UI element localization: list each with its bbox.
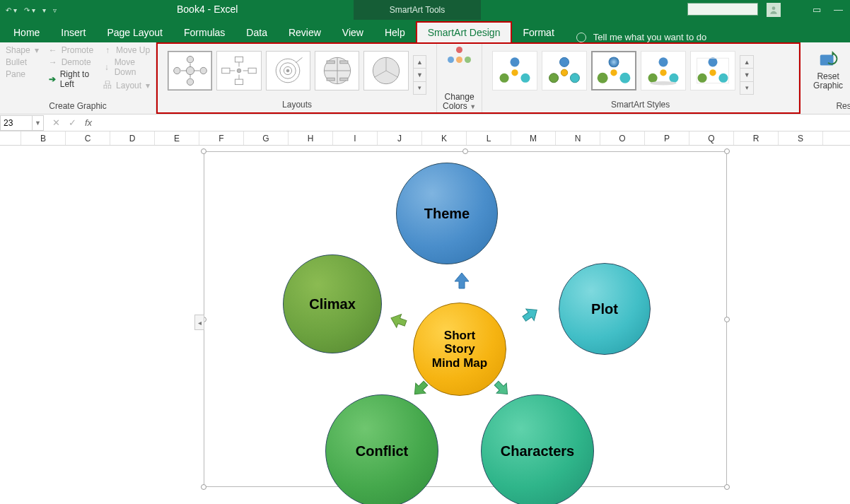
- column-header-G[interactable]: G: [244, 131, 289, 145]
- highlighted-groups: ▲▼▾ Layouts Change Colors ▼: [156, 42, 800, 114]
- reset-graphic-button[interactable]: ResetGraphic: [813, 49, 843, 100]
- svg-point-37: [598, 73, 608, 83]
- svg-point-0: [772, 6, 776, 10]
- layout-option-5[interactable]: [363, 51, 408, 90]
- svg-point-3: [187, 78, 193, 85]
- ribbon-tabs: Home Insert Page Layout Formulas Data Re…: [0, 20, 850, 42]
- quick-access-toolbar: ↶ ▾ ↷ ▾ ▾ ▿: [0, 6, 57, 14]
- tab-view[interactable]: View: [332, 23, 374, 42]
- title-bar: ↶ ▾ ↷ ▾ ▾ ▿ Book4 - Excel SmartArt Tools…: [0, 0, 850, 20]
- node-climax[interactable]: Climax: [283, 254, 382, 353]
- qat-customize-icon[interactable]: ▾: [42, 6, 46, 14]
- resize-handle-e[interactable]: [724, 317, 730, 322]
- undo-icon[interactable]: ↶ ▾: [6, 6, 17, 14]
- tab-review[interactable]: Review: [278, 23, 332, 42]
- tab-smartart-design[interactable]: SmartArt Design: [416, 21, 513, 42]
- redo-icon[interactable]: ↷ ▾: [24, 6, 35, 14]
- column-header-F[interactable]: F: [199, 131, 244, 145]
- column-header-N[interactable]: N: [556, 131, 600, 145]
- layout-option-2[interactable]: [216, 51, 261, 90]
- column-header-R[interactable]: R: [734, 131, 779, 145]
- name-box[interactable]: 23: [0, 115, 33, 131]
- add-shape-button[interactable]: Shape ▾: [6, 45, 39, 55]
- layouts-scroll[interactable]: ▲▼▾: [413, 55, 427, 95]
- text-pane-button[interactable]: Pane: [6, 69, 39, 79]
- layout-option-1[interactable]: [168, 51, 212, 90]
- text-pane-toggle[interactable]: ◂: [194, 315, 204, 330]
- ribbon: Shape ▾ Bullet Pane ←Promote →Demote ➔Ri…: [0, 42, 850, 115]
- column-header-C[interactable]: C: [66, 131, 110, 145]
- resize-handle-sw[interactable]: [201, 484, 206, 490]
- resize-handle-se[interactable]: [724, 484, 730, 490]
- svg-point-29: [500, 74, 509, 83]
- column-header-B[interactable]: B: [21, 131, 66, 145]
- svg-point-18: [286, 69, 289, 72]
- document-title: Book4 - Excel: [177, 4, 238, 15]
- svg-point-39: [610, 69, 617, 76]
- column-header-S[interactable]: S: [779, 131, 823, 145]
- tab-data[interactable]: Data: [235, 23, 278, 42]
- right-to-left-button[interactable]: ➔Right to Left: [49, 69, 93, 89]
- tab-home[interactable]: Home: [3, 23, 50, 42]
- style-option-1[interactable]: [492, 51, 537, 90]
- style-option-5[interactable]: [690, 51, 735, 90]
- tell-me-search[interactable]: Tell me what you want to do: [576, 32, 706, 42]
- column-header-H[interactable]: H: [289, 131, 333, 145]
- resize-handle-ne[interactable]: [724, 148, 730, 154]
- enter-formula-icon[interactable]: ✓: [69, 117, 76, 128]
- change-colors-button[interactable]: Change Colors ▼: [437, 44, 482, 112]
- node-characters[interactable]: Characters: [481, 394, 594, 504]
- column-header-O[interactable]: O: [600, 131, 645, 145]
- svg-point-46: [698, 74, 707, 83]
- svg-point-5: [200, 67, 206, 74]
- column-header-K[interactable]: K: [422, 131, 467, 145]
- style-option-4[interactable]: [641, 51, 686, 90]
- node-plot[interactable]: Plot: [559, 263, 651, 355]
- tab-format[interactable]: Format: [512, 23, 564, 42]
- fx-icon[interactable]: fx: [85, 117, 92, 128]
- lightbulb-icon: [576, 33, 586, 42]
- tab-page-layout[interactable]: Page Layout: [96, 23, 173, 42]
- svg-rect-10: [235, 57, 243, 61]
- tab-formulas[interactable]: Formulas: [173, 23, 235, 42]
- cancel-formula-icon[interactable]: ✕: [52, 117, 60, 128]
- svg-point-2: [187, 56, 193, 62]
- minimize-icon[interactable]: —: [834, 4, 843, 15]
- group-label-create-graphic: Create Graphic: [6, 101, 150, 112]
- layout-button: 品Layout ▾: [103, 79, 150, 91]
- column-header-J[interactable]: J: [378, 131, 422, 145]
- svg-point-35: [561, 69, 567, 76]
- column-header-L[interactable]: L: [467, 131, 511, 145]
- column-header-Q[interactable]: Q: [689, 131, 734, 145]
- styles-scroll[interactable]: ▲▼▾: [740, 55, 754, 95]
- resize-handle-n[interactable]: [462, 148, 468, 154]
- column-header-P[interactable]: P: [645, 131, 689, 145]
- name-box-dropdown[interactable]: ▼: [33, 115, 44, 131]
- qat-overflow-icon[interactable]: ▿: [53, 6, 57, 14]
- node-conflict[interactable]: Conflict: [325, 394, 438, 504]
- group-label-reset: Reset: [806, 101, 850, 112]
- svg-point-40: [659, 57, 668, 66]
- svg-rect-13: [248, 68, 256, 73]
- svg-rect-24: [339, 61, 347, 64]
- layout-option-4[interactable]: [315, 51, 359, 90]
- svg-point-44: [650, 81, 676, 86]
- tab-insert[interactable]: Insert: [50, 23, 96, 42]
- ribbon-display-icon[interactable]: ▭: [813, 4, 821, 15]
- column-header-I[interactable]: I: [333, 131, 378, 145]
- user-avatar[interactable]: [767, 3, 781, 17]
- group-create-graphic: Shape ▾ Bullet Pane ←Promote →Demote ➔Ri…: [0, 42, 156, 114]
- style-option-3[interactable]: [591, 51, 636, 90]
- column-header-M[interactable]: M: [511, 131, 556, 145]
- group-reset: ResetGraphic Convertto Shapes Reset: [800, 42, 850, 114]
- column-header-D[interactable]: D: [110, 131, 155, 145]
- column-header-E[interactable]: E: [155, 131, 199, 145]
- resize-handle-nw[interactable]: [201, 148, 206, 154]
- svg-point-14: [237, 69, 241, 73]
- tab-help[interactable]: Help: [374, 23, 416, 42]
- svg-point-31: [511, 69, 518, 76]
- node-theme[interactable]: Theme: [396, 163, 498, 264]
- style-option-2[interactable]: [542, 51, 587, 90]
- search-input[interactable]: [687, 3, 758, 16]
- layout-option-3[interactable]: [266, 51, 310, 90]
